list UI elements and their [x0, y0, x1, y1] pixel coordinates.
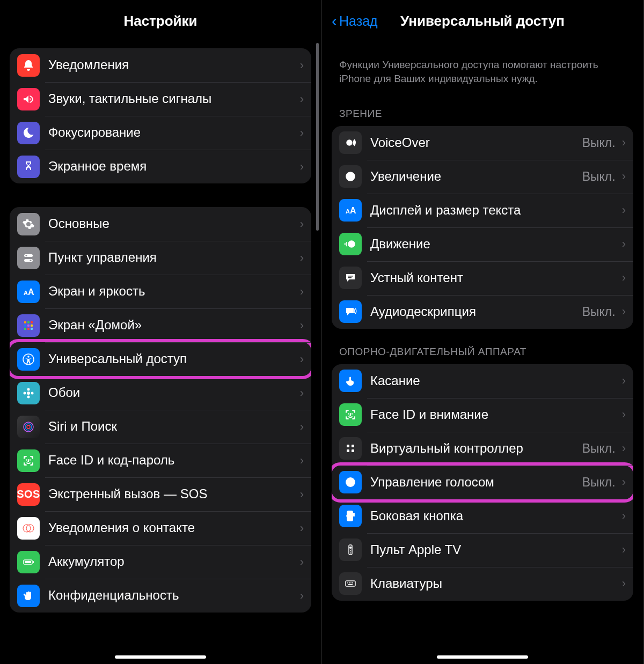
row-accessibility[interactable]: Универсальный доступ › — [10, 342, 311, 376]
settings-content: Уведомления › Звуки, тактильные сигналы … — [0, 42, 321, 664]
svg-text:A: A — [346, 208, 350, 215]
row-value: Выкл. — [582, 136, 616, 150]
svg-point-21 — [31, 392, 34, 394]
row-focus[interactable]: Фокусирование › — [10, 116, 311, 150]
svg-rect-44 — [352, 449, 354, 452]
chevron-right-icon: › — [300, 386, 304, 400]
motor-group: Касание › Face ID и внимание › Виртуальн… — [332, 364, 633, 601]
row-value: Выкл. — [582, 441, 616, 456]
row-exposure[interactable]: Уведомления о контакте › — [10, 511, 311, 545]
text-size-icon: AA — [17, 281, 40, 303]
apps-grid-icon — [17, 314, 40, 337]
settings-group-1: Уведомления › Звуки, тактильные сигналы … — [10, 48, 311, 183]
row-label: Экранное время — [48, 159, 300, 174]
row-home-screen[interactable]: Экран «Домой» › — [10, 308, 311, 342]
svg-rect-43 — [347, 449, 349, 452]
chevron-right-icon: › — [622, 169, 626, 183]
chevron-right-icon: › — [300, 217, 304, 231]
chevron-right-icon: › — [300, 454, 304, 468]
exposure-icon — [17, 517, 40, 540]
text-size-icon: AA — [339, 199, 362, 222]
row-display[interactable]: AA Экран и яркость › — [10, 275, 311, 308]
svg-text:A: A — [350, 206, 356, 215]
row-siri[interactable]: Siri и Поиск › — [10, 410, 311, 444]
row-faceid-attn[interactable]: Face ID и внимание › — [332, 398, 633, 432]
chevron-right-icon: › — [622, 577, 626, 591]
svg-point-3 — [30, 260, 32, 261]
svg-rect-6 — [24, 321, 26, 323]
row-apple-tv-remote[interactable]: Пульт Apple TV › — [332, 533, 633, 567]
svg-rect-14 — [31, 328, 33, 330]
row-label: Аккумулятор — [48, 554, 300, 570]
accessibility-pane: ‹ Назад Универсальный доступ Функции Уни… — [322, 0, 644, 664]
home-indicator[interactable] — [437, 655, 528, 659]
row-label: Экстренный вызов — SOS — [48, 486, 300, 502]
svg-rect-39 — [348, 276, 353, 277]
back-button[interactable]: ‹ Назад — [332, 0, 378, 42]
svg-rect-57 — [348, 584, 353, 585]
chevron-right-icon: › — [622, 203, 626, 217]
gear-icon — [17, 213, 40, 235]
row-battery[interactable]: Аккумулятор › — [10, 545, 311, 579]
chevron-right-icon: › — [300, 521, 304, 535]
row-label: Экран «Домой» — [48, 318, 300, 333]
chevron-right-icon: › — [622, 441, 626, 455]
chevron-right-icon: › — [622, 408, 626, 422]
section-header-motor: ОПОРНО-ДВИГАТЕЛЬНЫЙ АППАРАТ — [332, 329, 633, 364]
row-voiceover[interactable]: VoiceOver Выкл. › — [332, 126, 633, 160]
switch-control-icon — [339, 437, 362, 460]
row-value: Выкл. — [582, 169, 616, 184]
row-display-text[interactable]: AA Дисплей и размер текста › — [332, 194, 633, 227]
svg-rect-11 — [31, 324, 33, 327]
sos-icon: SOS — [17, 483, 40, 506]
row-side-button[interactable]: Боковая кнопка › — [332, 499, 633, 533]
row-wallpaper[interactable]: Обои › — [10, 376, 311, 410]
row-sos[interactable]: SOS Экстренный вызов — SOS › — [10, 477, 311, 511]
row-switch-control[interactable]: Виртуальный контроллер Выкл. › — [332, 432, 633, 466]
svg-rect-0 — [24, 254, 33, 257]
chevron-right-icon: › — [622, 136, 626, 150]
chevron-left-icon: ‹ — [332, 13, 337, 29]
svg-rect-31 — [33, 561, 34, 563]
row-label: Siri и Поиск — [48, 419, 300, 434]
row-label: Основные — [48, 216, 300, 232]
accessibility-header: ‹ Назад Универсальный доступ — [322, 0, 643, 42]
page-title: Настройки — [123, 13, 197, 29]
svg-rect-9 — [24, 324, 26, 327]
row-label: Face ID и внимание — [370, 407, 622, 423]
chevron-right-icon: › — [300, 555, 304, 569]
row-label: Конфиденциальность — [48, 588, 300, 603]
row-sounds[interactable]: Звуки, тактильные сигналы › — [10, 82, 311, 116]
row-zoom[interactable]: Увеличение Выкл. › — [332, 160, 633, 194]
row-audiodesc[interactable]: Аудиодескрипция Выкл. › — [332, 295, 633, 329]
row-privacy[interactable]: Конфиденциальность › — [10, 579, 311, 613]
row-touch[interactable]: Касание › — [332, 364, 633, 398]
svg-point-23 — [25, 424, 32, 430]
settings-pane: Настройки Уведомления › Звуки, тактильны… — [0, 0, 322, 664]
row-label: Face ID и код-пароль — [48, 453, 300, 468]
settings-header: Настройки — [0, 0, 321, 42]
chevron-right-icon: › — [622, 271, 626, 285]
svg-rect-7 — [27, 321, 30, 323]
svg-rect-53 — [347, 582, 348, 584]
moon-icon — [17, 122, 40, 144]
svg-point-49 — [349, 547, 352, 549]
row-label: Обои — [48, 385, 300, 401]
row-label: Движение — [370, 237, 622, 252]
row-screentime[interactable]: Экранное время › — [10, 150, 311, 183]
chevron-right-icon: › — [300, 160, 304, 174]
row-general[interactable]: Основные › — [10, 207, 311, 241]
row-voice-control[interactable]: Управление голосом Выкл. › — [332, 466, 633, 499]
scrollbar[interactable] — [316, 43, 319, 231]
home-indicator[interactable] — [115, 655, 206, 659]
svg-rect-56 — [352, 582, 353, 584]
row-spoken[interactable]: Устный контент › — [332, 261, 633, 295]
row-control-center[interactable]: Пункт управления › — [10, 241, 311, 275]
row-faceid[interactable]: Face ID и код-пароль › — [10, 444, 311, 477]
row-keyboards[interactable]: Клавиатуры › — [332, 567, 633, 601]
row-motion[interactable]: Движение › — [332, 227, 633, 261]
chevron-right-icon: › — [300, 352, 304, 366]
svg-point-38 — [348, 241, 355, 247]
row-notifications[interactable]: Уведомления › — [10, 48, 311, 82]
settings-group-2: Основные › Пункт управления › AA Экран и… — [10, 207, 311, 613]
